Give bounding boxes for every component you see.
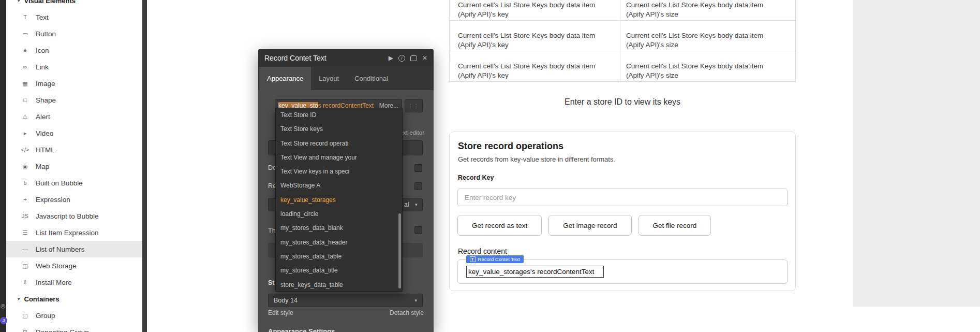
property-tab[interactable]: Layout [311,67,347,90]
size-cell[interactable]: Current cell's List Store Keys body data… [620,0,795,20]
header-icons: ▶ i ✕ [389,54,427,62]
card-title: Store record operations [458,141,563,152]
sidebar-item[interactable]: ★ Icon [6,42,142,59]
repeating-group-table[interactable]: Current cell's List Store Keys body data… [449,0,796,82]
th-option-checkbox[interactable] [414,226,422,234]
autocomplete-item[interactable]: loading_circle [276,207,402,221]
autocomplete-item[interactable]: key_value_storages [276,193,402,207]
autocomplete-item[interactable]: store_keys_data_table [276,278,402,292]
rich-text-editor-link[interactable]: ext editor [400,129,424,136]
property-tab[interactable]: Conditional [347,67,396,90]
record-operation-button[interactable]: Get file record [639,215,711,236]
autocomplete-item[interactable]: Text Store keys [276,122,402,136]
recognize-links-checkbox[interactable] [414,182,422,190]
sidebar-item[interactable]: □ Shape [6,92,142,108]
autocomplete-item[interactable]: Text View keys in a speci [276,165,402,179]
section-visual-elements[interactable]: ▾ Visual Elements [6,0,142,9]
store-record-operations-card[interactable]: Store record operations Get records from… [449,132,796,291]
autocomplete-item[interactable]: WebStorage A [276,179,402,193]
selected-element-tag[interactable]: T Record Contet Text [466,255,524,263]
expression-handle[interactable]: ⋮⋮ [405,99,423,112]
sidebar-item-label: Button [36,30,56,38]
install-more-icon: ⇩ [21,279,29,286]
sidebar-item[interactable]: ◉ Map [6,158,142,175]
detach-style-link[interactable]: Detach style [390,309,424,316]
th-option-label: Th [268,227,276,235]
sidebar-item[interactable]: ⇩ Install More [6,274,142,291]
autocomplete-item[interactable]: Text View and manage your [276,151,402,165]
record-operation-button[interactable]: Get image record [548,215,631,236]
sidebar-item[interactable]: ☰ List Item Expression [6,224,142,241]
property-tab[interactable]: Appearance [259,67,311,90]
user-avatar-badge[interactable]: J [0,317,7,324]
autocomplete-items: Text Store ID Text Store keys Text Store… [276,108,402,292]
canvas-gutter [853,0,980,307]
selected-text-element[interactable]: key_value_storages's recordContentText [466,266,604,278]
sidebar-item[interactable]: ⋯ List of Numbers [6,241,142,257]
sidebar-scrollbar[interactable] [142,0,147,332]
close-icon[interactable]: ✕ [422,54,427,62]
left-rail: ◎ J [0,0,6,332]
chevron-down-icon: ▾ [18,0,20,3]
table-row[interactable]: Current cell's List Store Keys body data… [450,21,795,51]
chevron-down-icon: ▾ [415,202,418,207]
key-cell[interactable]: Current cell's List Store Keys body data… [450,0,620,20]
section-label: Visual Elements [24,0,76,5]
comment-icon[interactable] [410,55,417,61]
selected-element-tag-label: Record Contet Text [478,256,520,262]
dropdown-scrollbar[interactable] [398,213,401,288]
sidebar-item[interactable]: T Text [6,9,142,25]
table-row[interactable]: Current cell's List Store Keys body data… [450,0,795,21]
container-elements-items: ▢ Group ⊞ Repeating Group [6,307,142,332]
autocomplete-item[interactable]: my_stores_data_title [276,264,402,278]
autocomplete-item[interactable]: Text Store record operati [276,137,402,151]
style-select[interactable]: Body 14 ▾ [268,294,423,307]
shape-icon: □ [21,97,29,103]
sidebar-item-label: Map [36,163,49,170]
size-cell-line1: Current cell's List Store Keys body data… [626,1,795,10]
image-icon: ▦ [21,80,29,87]
sidebar-item[interactable]: ◫ Web Storage [6,257,142,274]
record-key-input[interactable] [457,189,788,206]
do-not-apply-checkbox[interactable] [414,164,422,172]
preview-icon[interactable]: ▶ [389,54,393,62]
size-cell-line2: (Apify API)'s size [626,10,795,19]
sidebar-item[interactable]: ∞ Link [6,59,142,75]
sidebar-item[interactable]: + Expression [6,191,142,208]
size-cell[interactable]: Current cell's List Store Keys body data… [620,51,795,81]
link-icon: ∞ [21,64,29,70]
autocomplete-item[interactable]: my_stores_data_table [276,250,402,264]
sidebar-item[interactable]: ▸ Video [6,125,142,141]
video-icon: ▸ [21,130,29,137]
sidebar-item[interactable]: ⚠ Alert [6,108,142,125]
group-icon: ▢ [21,312,29,319]
record-operation-button[interactable]: Get record as text [457,215,542,236]
sidebar-item[interactable]: ▦ Image [6,75,142,92]
sidebar-item[interactable]: b Built on Bubble [6,175,142,191]
sidebar-item[interactable]: </> HTML [6,141,142,158]
sidebar-item[interactable]: ▢ Group [6,307,142,324]
key-cell-line1: Current cell's List Store Keys body data… [458,1,620,10]
sidebar-item[interactable]: ▭ Button [6,25,142,42]
info-icon[interactable]: i [398,55,405,62]
size-cell[interactable]: Current cell's List Store Keys body data… [620,21,795,51]
property-editor-header[interactable]: Record Contet Text ▶ i ✕ [258,49,434,67]
section-containers[interactable]: ▾ Containers [6,291,142,307]
sidebar-item[interactable]: JS Javascript to Bubble [6,208,142,224]
key-cell[interactable]: Current cell's List Store Keys body data… [450,21,620,51]
repeating-group-icon: ⊞ [21,329,29,332]
sidebar-item-label: Shape [36,96,56,104]
sidebar-item-label: Link [36,63,49,71]
expression-icon: + [21,196,29,203]
edit-style-link[interactable]: Edit style [268,309,293,316]
autocomplete-item[interactable]: my_stores_data_header [276,236,402,250]
autocomplete-item[interactable]: Text Store ID [276,108,402,122]
key-cell[interactable]: Current cell's List Store Keys body data… [450,51,620,81]
autocomplete-item[interactable]: my_stores_data_blank [276,221,402,235]
sidebar-item-label: HTML [36,146,55,154]
chevron-down-icon: ▾ [18,296,20,301]
table-row[interactable]: Current cell's List Store Keys body data… [450,51,795,82]
sidebar-item[interactable]: ⊞ Repeating Group [6,324,142,332]
key-cell-line1: Current cell's List Store Keys body data… [458,62,620,71]
help-icon[interactable]: ◎ [1,302,6,309]
